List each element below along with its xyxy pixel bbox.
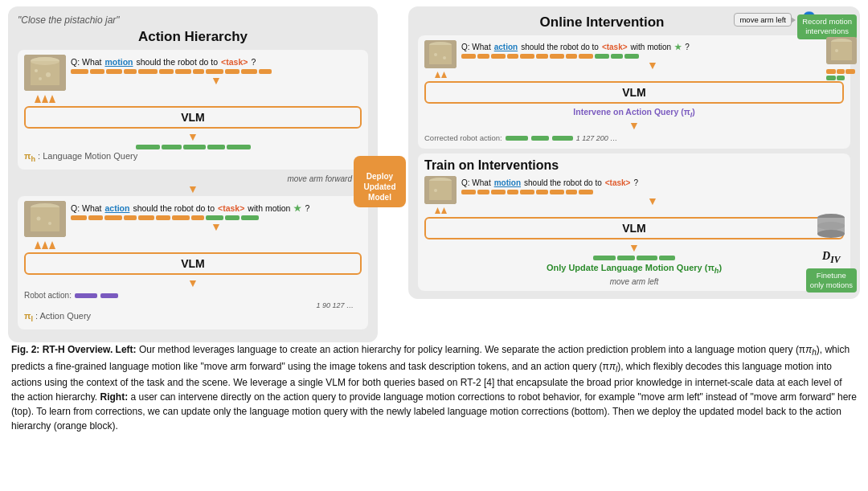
- svg-point-13: [37, 217, 41, 221]
- token-orange-11: [241, 69, 257, 74]
- arrow-down-mid: ▼: [18, 184, 368, 195]
- right-top-sub-panel: Q: What action should the robot do to <t…: [418, 35, 850, 149]
- intervene-label: Intervene on Action Query (πI): [424, 107, 844, 119]
- only-update-label: Only Update Language Motion Query (πh): [424, 263, 844, 275]
- svg-marker-17: [49, 241, 55, 249]
- token-green-1: [136, 145, 160, 149]
- token-green-4: [207, 145, 225, 149]
- right-bottom-sub-panel: Train on Interventions: [418, 153, 850, 291]
- svg-rect-12: [31, 207, 59, 231]
- italic-title: "Close the pistachio jar": [18, 14, 120, 26]
- svg-point-14: [48, 222, 51, 225]
- svg-marker-8: [42, 95, 48, 103]
- svg-marker-29: [435, 207, 440, 214]
- token-orange-4: [124, 69, 137, 74]
- arrow-down-vlm-top: ▼: [24, 132, 362, 143]
- jar-image-bottom: [24, 201, 66, 237]
- record-interventions-box: Record motion interventions: [797, 14, 857, 39]
- right-output-tokens-bottom: [424, 256, 844, 260]
- left-panel-wrapper: "Close the pistachio jar" Action Hierarc…: [8, 6, 378, 342]
- right-sidebar: DIV Finetune only motions: [806, 211, 857, 293]
- pi-l-label: πl : Action Query: [24, 311, 362, 323]
- token-orange-3: [106, 69, 122, 74]
- caption-right-text: a user can intervene directly on the act…: [11, 391, 857, 432]
- finetune-box: Finetune only motions: [806, 268, 857, 293]
- token-row-1: [71, 69, 362, 74]
- svg-marker-24: [441, 72, 447, 78]
- svg-marker-7: [35, 95, 41, 103]
- svg-point-22: [443, 56, 446, 59]
- speech-bubble: move arm left: [734, 13, 792, 27]
- vlm-box-bottom: VLM: [24, 252, 362, 275]
- train-title: Train on Interventions: [424, 158, 844, 173]
- right-query-row-top: Q: What action should the robot do to <t…: [461, 43, 844, 51]
- right-label: Right:: [100, 391, 129, 403]
- diagram-wrapper: "Close the pistachio jar" Action Hierarc…: [8, 6, 860, 342]
- svg-marker-23: [435, 72, 440, 78]
- token-green-5: [227, 145, 251, 149]
- svg-point-3: [31, 57, 59, 65]
- token-green-3: [183, 145, 206, 149]
- token-row-output-top: [24, 145, 362, 149]
- vlm-box-top: VLM: [24, 106, 362, 129]
- token-orange-6: [159, 69, 174, 74]
- jar-image-right-sidebar: [826, 37, 857, 80]
- record-interventions-container: Record motion interventions: [797, 14, 857, 39]
- svg-marker-30: [441, 207, 447, 214]
- svg-point-21: [434, 53, 437, 56]
- database-icon: [816, 211, 846, 247]
- move-label-row: move arm forward: [18, 174, 368, 183]
- jar-image-right-top: [424, 40, 457, 68]
- fig-label: Fig. 2:: [11, 344, 39, 355]
- token-orange-7: [175, 69, 191, 74]
- right-token-row-top: [461, 54, 844, 59]
- svg-rect-37: [831, 42, 852, 60]
- deploy-box: Deploy Updated Model: [354, 156, 406, 207]
- caption-left-text: Our method leverages language to create …: [137, 344, 806, 355]
- right-query-row-bottom: Q: What motion should the robot do to <t…: [461, 178, 844, 187]
- svg-rect-20: [429, 45, 452, 64]
- main-container: "Close the pistachio jar" Action Hierarc…: [0, 0, 868, 440]
- svg-marker-15: [35, 241, 41, 249]
- robot-numbers: 1 90 127 …: [24, 301, 362, 309]
- svg-rect-27: [429, 181, 452, 200]
- caption-text: RT-H Overview.: [39, 344, 115, 355]
- robot-action-row: Robot action:: [24, 291, 362, 300]
- query-row-top: Q: What motion should the robot do to <t…: [71, 57, 362, 67]
- svg-point-6: [39, 77, 42, 80]
- svg-point-4: [35, 69, 38, 72]
- token-orange-5: [138, 69, 158, 74]
- token-orange-1: [71, 69, 88, 74]
- move-arm-left-label: move arm left: [424, 277, 844, 286]
- query-row-bottom: Q: What action should the robot do to <t…: [71, 203, 362, 213]
- left-panel-title: Action Hierarchy: [18, 29, 368, 45]
- svg-point-28: [434, 189, 437, 192]
- svg-point-5: [46, 72, 51, 77]
- token-row-bottom-1: [71, 215, 362, 220]
- svg-point-34: [817, 222, 845, 230]
- pi-h-label: πh : Language Motion Query: [24, 151, 362, 163]
- svg-point-38: [835, 49, 838, 52]
- corrected-row: Corrected robot action: 1 127 200 …: [424, 133, 844, 142]
- d-iv-label: DIV: [822, 250, 840, 265]
- right-panel: move arm left 👤 Record motion interventi…: [408, 6, 860, 299]
- token-green-2: [162, 145, 182, 149]
- token-orange-2: [90, 69, 104, 74]
- top-sub-panel: Q: What motion should the robot do to <t…: [18, 50, 368, 170]
- svg-marker-9: [49, 95, 55, 103]
- left-panel: "Close the pistachio jar" Action Hierarc…: [8, 6, 378, 342]
- jar-image-top: [24, 55, 66, 91]
- token-orange-9: [206, 69, 223, 74]
- token-orange-8: [193, 69, 204, 74]
- arrow-down-1: ▼: [71, 76, 362, 87]
- right-panel-wrapper: move arm left 👤 Record motion interventi…: [408, 6, 860, 342]
- arrow-down-bottom: ▼: [71, 222, 362, 233]
- token-orange-12: [259, 69, 272, 74]
- right-token-row-bottom: [461, 190, 844, 194]
- right-vlm-top: VLM: [424, 81, 844, 104]
- jar-image-right-bottom: [424, 176, 457, 204]
- arrow-down-vlm-bottom: ▼: [24, 278, 362, 289]
- left-label: Left:: [116, 344, 137, 355]
- bottom-sub-panel: Q: What action should the robot do to <t…: [18, 196, 368, 329]
- caption-ref: 4: [486, 377, 492, 388]
